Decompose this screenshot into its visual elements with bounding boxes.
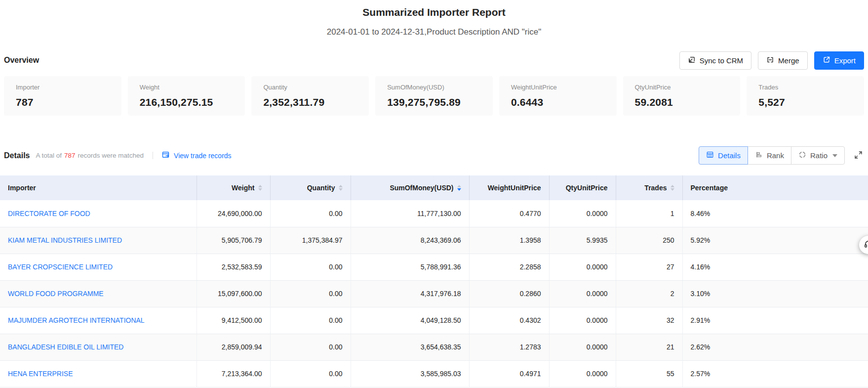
stat-value: 139,275,795.89 <box>387 96 481 108</box>
cell-sum-of-money: 3,654,638.35 <box>351 334 469 360</box>
importer-link[interactable]: BANGLADESH EDIBLE OIL LIMITED <box>8 343 123 351</box>
merge-label: Merge <box>778 56 799 65</box>
cell-percentage: 4.16% <box>682 254 868 280</box>
cell-trades: 250 <box>616 227 682 254</box>
export-icon <box>823 56 830 65</box>
stat-label: Importer <box>16 84 110 91</box>
column-header-quantity[interactable]: Quantity <box>270 175 351 200</box>
sync-to-crm-label: Sync to CRM <box>700 56 743 65</box>
stat-value: 5,527 <box>758 96 852 108</box>
table-row: DIRECTORATE OF FOOD 24,690,000.00 0.00 1… <box>0 200 868 227</box>
table-row: BAYER CROPSCIENCE LIMITED 2,532,583.59 0… <box>0 254 868 280</box>
merge-button[interactable]: Merge <box>758 51 808 70</box>
importer-details-table: Importer Weight Quantity SumOfMoney(USD)… <box>0 175 868 388</box>
column-header-weight[interactable]: Weight <box>197 175 270 200</box>
details-bar: Details A total of787records were matche… <box>0 146 868 165</box>
stat-value: 216,150,275.15 <box>140 96 234 108</box>
overview-bar: Overview Sync to CRM Merge <box>0 51 868 70</box>
view-mode-segmented-control: Details Rank Ratio <box>699 146 845 165</box>
view-trade-records-link[interactable]: View trade records <box>162 151 231 160</box>
cell-qty-unit-price: 0.0000 <box>549 307 616 334</box>
tab-rank-label: Rank <box>767 151 784 160</box>
sync-to-crm-icon <box>688 56 696 65</box>
cell-sum-of-money: 4,049,128.50 <box>351 307 469 334</box>
cell-quantity: 0.00 <box>270 200 351 227</box>
cell-sum-of-money: 3,585,985.03 <box>351 360 469 387</box>
merge-icon <box>766 56 774 65</box>
column-header-trades[interactable]: Trades <box>616 175 682 200</box>
dashed-circle-icon <box>798 151 806 160</box>
cell-weight-unit-price: 0.4302 <box>469 307 549 334</box>
overview-actions: Sync to CRM Merge Export <box>679 51 864 70</box>
importer-link[interactable]: DIRECTORATE OF FOOD <box>8 210 90 217</box>
cell-trades: 55 <box>616 360 682 387</box>
cell-weight-unit-price: 0.4770 <box>469 200 549 227</box>
sync-to-crm-button[interactable]: Sync to CRM <box>679 51 751 70</box>
cell-trades: 2 <box>616 280 682 307</box>
cell-quantity: 1,375,384.97 <box>270 227 351 254</box>
cell-sum-of-money: 5,788,991.36 <box>351 254 469 280</box>
cell-trades: 32 <box>616 307 682 334</box>
cell-quantity: 0.00 <box>270 280 351 307</box>
column-header-importer: Importer <box>0 175 197 200</box>
stat-card-weight-unit-price: WeightUnitPrice 0.6443 <box>499 76 617 116</box>
table-row: MAJUMDER AGROTECH INTERNATIONAL 9,412,50… <box>0 307 868 334</box>
importer-link[interactable]: HENA ENTERPRISE <box>8 370 73 378</box>
stat-card-trades: Trades 5,527 <box>747 76 864 116</box>
tab-ratio[interactable]: Ratio <box>791 146 845 165</box>
cell-weight: 9,412,500.00 <box>197 307 270 334</box>
cell-weight: 24,690,000.00 <box>197 200 270 227</box>
cell-weight-unit-price: 1.3958 <box>469 227 549 254</box>
table-header-row: Importer Weight Quantity SumOfMoney(USD)… <box>0 175 868 200</box>
page-subtitle: 2024-01-01 to 2024-12-31,Product Descrip… <box>0 26 868 38</box>
cell-weight-unit-price: 2.2858 <box>469 254 549 280</box>
cell-percentage: 2.57% <box>682 360 868 387</box>
stat-label: Quantity <box>263 84 357 91</box>
tab-details[interactable]: Details <box>699 146 748 165</box>
importer-link[interactable]: WORLD FOOD PROGRAMME <box>8 290 104 298</box>
table-row: KIAM METAL INDUSTRIES LIMITED 5,905,706.… <box>0 227 868 254</box>
importer-link[interactable]: BAYER CROPSCIENCE LIMITED <box>8 263 113 271</box>
stat-label: WeightUnitPrice <box>511 84 605 91</box>
tab-ratio-label: Ratio <box>810 151 828 160</box>
cell-percentage: 5.92% <box>682 227 868 254</box>
view-trade-records-label: View trade records <box>174 152 231 160</box>
cell-percentage: 2.91% <box>682 307 868 334</box>
column-header-sum-of-money[interactable]: SumOfMoney(USD) <box>351 175 469 200</box>
stat-value: 2,352,311.79 <box>263 96 357 108</box>
table-row: BANGLADESH EDIBLE OIL LIMITED 2,859,009.… <box>0 334 868 360</box>
sort-icon-active-desc <box>457 185 461 191</box>
stat-label: SumOfMoney(USD) <box>387 84 481 91</box>
cell-weight: 5,905,706.79 <box>197 227 270 254</box>
cell-weight: 2,532,583.59 <box>197 254 270 280</box>
cell-sum-of-money: 11,777,130.00 <box>351 200 469 227</box>
summarized-importer-report-page: Summarized Importer Report 2024-01-01 to… <box>0 0 868 388</box>
stat-value: 0.6443 <box>511 96 605 108</box>
cell-percentage: 8.46% <box>682 200 868 227</box>
tab-details-label: Details <box>718 151 741 160</box>
stat-card-importer: Importer 787 <box>4 76 121 116</box>
stat-label: Weight <box>140 84 234 91</box>
table-grid-icon <box>706 151 714 160</box>
cell-trades: 21 <box>616 334 682 360</box>
table-row: WORLD FOOD PROGRAMME 15,097,600.00 0.00 … <box>0 280 868 307</box>
cell-weight-unit-price: 0.4971 <box>469 360 549 387</box>
tab-rank[interactable]: Rank <box>748 146 791 165</box>
importer-link[interactable]: MAJUMDER AGROTECH INTERNATIONAL <box>8 316 145 324</box>
column-header-qty-unit-price: QtyUnitPrice <box>549 175 616 200</box>
sort-icon <box>339 185 343 191</box>
stat-card-weight: Weight 216,150,275.15 <box>128 76 245 116</box>
cell-quantity: 0.00 <box>270 334 351 360</box>
export-button[interactable]: Export <box>814 51 864 70</box>
cell-quantity: 0.00 <box>270 254 351 280</box>
stat-value: 787 <box>16 96 110 108</box>
importer-link[interactable]: KIAM METAL INDUSTRIES LIMITED <box>8 236 122 244</box>
fullscreen-button[interactable] <box>853 149 864 162</box>
cell-sum-of-money: 8,243,369.06 <box>351 227 469 254</box>
cell-qty-unit-price: 0.0000 <box>549 360 616 387</box>
cell-qty-unit-price: 5.9935 <box>549 227 616 254</box>
sort-icon <box>258 185 262 191</box>
cell-weight: 15,097,600.00 <box>197 280 270 307</box>
overview-heading: Overview <box>4 56 39 65</box>
trade-records-icon <box>162 151 170 160</box>
